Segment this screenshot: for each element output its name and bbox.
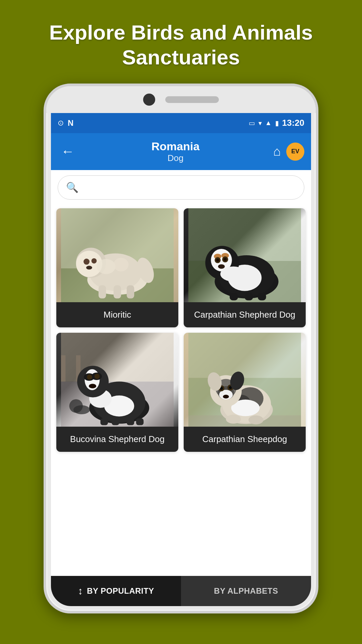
sort-alphabets-button[interactable]: BY ALPHABETS [181,576,311,606]
dog-card-carpathian-shepherd[interactable]: Carpathian Shepherd Dog [184,208,306,327]
battery-icon: ▮ [275,119,279,127]
n-notification-icon: N [68,118,73,128]
app-title: Explore Birds and Animals Sanctuaries [22,0,340,84]
svg-rect-15 [188,208,301,261]
back-button[interactable]: ← [58,141,78,162]
svg-rect-32 [258,293,266,300]
phone-speaker [165,96,219,103]
carpathian-shepherd-svg [184,208,306,302]
svg-rect-51 [136,418,143,425]
status-left-icons: ⊙ N [58,118,73,128]
sort-popularity-button[interactable]: ↕ BY POPULARITY [51,576,181,606]
dog-card-mioritic[interactable]: Mioritic [56,208,178,327]
svg-point-29 [220,266,246,281]
wifi-icon: ▾ [258,119,262,127]
svg-point-45 [87,374,92,380]
dog-image-mioritic [56,208,178,302]
home-button[interactable]: ⌂ [273,144,281,159]
app-bar: ← Romania Dog ⌂ EV [51,133,311,170]
svg-point-26 [216,259,219,262]
svg-point-53 [73,405,90,414]
svg-point-14 [114,258,129,271]
phone-top [46,86,316,113]
svg-point-6 [83,259,89,265]
svg-point-74 [248,415,263,424]
svg-point-7 [92,258,97,264]
svg-rect-31 [245,293,253,300]
svg-point-46 [95,374,100,379]
dog-label-carpathian-shepherd: Carpathian Shepherd Dog [184,302,306,327]
svg-rect-10 [114,285,121,298]
svg-point-70 [223,395,229,398]
popularity-label: BY POPULARITY [87,586,154,596]
dog-label-carpathian-sheepdog: Carpathian Sheepdog [184,427,306,452]
carpathian-sheepdog-svg [184,333,306,427]
camera-notification-icon: ⊙ [58,119,64,127]
phone-camera [143,94,155,106]
svg-rect-35 [61,355,65,381]
phone-screen: ⊙ N ▭ ▾ ▲ ▮ 13:20 ← Romania Dog ⌂ EV [51,113,311,606]
status-right-icons: ▭ ▾ ▲ ▮ 13:20 [249,118,304,128]
svg-point-8 [86,266,92,269]
cast-icon: ▭ [249,119,255,127]
signal-icon: ▲ [265,119,272,127]
dog-image-carpathian-shepherd [184,208,306,302]
svg-rect-48 [101,418,108,425]
search-input[interactable] [84,182,296,193]
dog-card-bucovina[interactable]: Bucovina Shepherd Dog [56,333,178,452]
alphabets-label: BY ALPHABETS [214,586,278,596]
status-bar: ⊙ N ▭ ▾ ▲ ▮ 13:20 [51,113,311,133]
app-bar-title-main: Romania [152,140,200,153]
search-icon: 🔍 [66,181,78,193]
ev-badge-label: EV [291,148,299,155]
dog-image-carpathian-sheepdog [184,333,306,427]
app-bar-title-sub: Dog [168,153,184,163]
bottom-bar: ↕ BY POPULARITY BY ALPHABETS [51,576,311,606]
app-bar-actions: ⌂ EV [273,143,304,161]
dog-image-bucovina [56,333,178,427]
dog-card-carpathian-sheepdog[interactable]: Carpathian Sheepdog [184,333,306,452]
svg-rect-49 [112,418,119,425]
ev-badge-button[interactable]: EV [286,143,304,161]
search-bar-container: 🔍 [51,170,311,205]
svg-rect-54 [188,333,301,378]
svg-rect-50 [127,418,134,425]
svg-point-13 [97,259,115,274]
dog-label-bucovina: Bucovina Shepherd Dog [56,427,178,452]
dog-label-mioritic: Mioritic [56,302,178,327]
bucovina-svg [56,333,178,427]
svg-rect-11 [127,285,134,298]
app-bar-title: Romania Dog [84,140,266,163]
svg-point-47 [89,384,96,388]
mioritic-svg [56,208,178,302]
svg-point-27 [224,258,227,261]
svg-point-28 [218,264,225,269]
status-time: 13:20 [282,118,305,128]
dog-grid: Mioritic [51,205,311,576]
sort-icon: ↕ [78,585,83,597]
svg-point-73 [226,415,241,424]
phone-frame: ⊙ N ▭ ▾ ▲ ▮ 13:20 ← Romania Dog ⌂ EV [44,84,318,613]
search-bar[interactable]: 🔍 [58,175,304,200]
svg-rect-9 [99,285,106,298]
svg-rect-30 [230,293,238,300]
